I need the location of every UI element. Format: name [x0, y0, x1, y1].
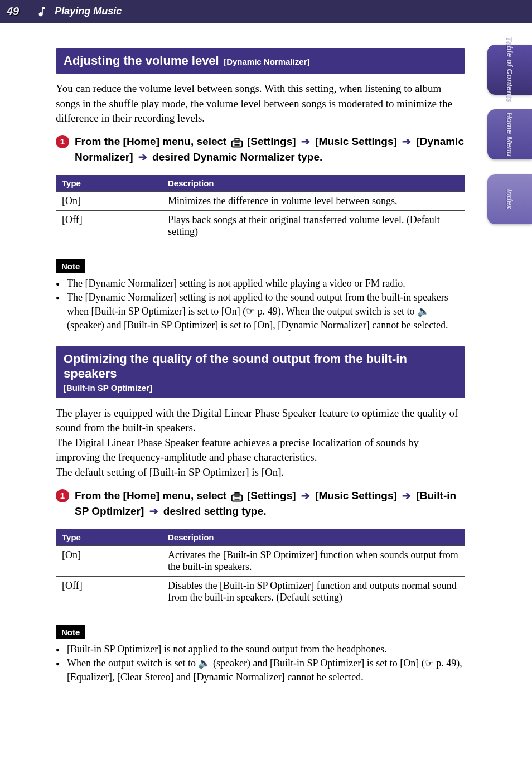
arrow-icon: ➔: [301, 136, 310, 147]
table-row: [On] Minimizes the difference in volume …: [56, 191, 465, 210]
page-number: 49: [7, 5, 19, 18]
section-bar-sub: [Built-in SP Optimizer]: [64, 383, 457, 393]
arrow-icon: ➔: [138, 151, 147, 163]
cell-type: [Off]: [56, 576, 162, 607]
side-tabs: Table of Contents Home Menu Index: [487, 45, 532, 239]
section-bar-title: Optimizing the quality of the sound outp…: [64, 352, 407, 380]
step-seg: From the [Home] menu, select: [75, 136, 230, 147]
intro-text: You can reduce the volume level between …: [56, 81, 465, 126]
step-number-badge: 1: [56, 135, 69, 148]
tab-label: Home Menu: [505, 112, 514, 156]
arrow-icon: ➔: [402, 136, 411, 147]
svg-rect-5: [235, 493, 239, 495]
note-item: [Built-in SP Optimizer] is not applied t…: [56, 642, 465, 656]
page-content: Adjusting the volume level [Dynamic Norm…: [0, 23, 465, 720]
cell-type: [On]: [56, 191, 162, 210]
svg-rect-1: [235, 139, 239, 141]
col-type: Type: [56, 175, 162, 191]
section-bar-dynamic-normalizer: Adjusting the volume level [Dynamic Norm…: [56, 48, 465, 74]
intro-text: The player is equipped with the Digital …: [56, 406, 465, 480]
cell-type: [Off]: [56, 210, 162, 241]
svg-rect-0: [232, 141, 242, 147]
cell-description: Minimizes the difference in volume level…: [162, 191, 465, 210]
step-seg: [Settings]: [247, 136, 299, 147]
cell-description: Plays back songs at their original trans…: [162, 210, 465, 241]
note-item: The [Dynamic Normalizer] setting is not …: [56, 291, 465, 333]
settings-case-icon: [231, 491, 243, 501]
cell-description: Disables the [Built-in SP Optimizer] fun…: [162, 576, 465, 607]
step-seg: desired Dynamic Normalizer type.: [152, 151, 322, 163]
arrow-icon: ➔: [301, 490, 310, 501]
section-bar-title: Adjusting the volume level: [64, 54, 219, 67]
tab-table-of-contents[interactable]: Table of Contents: [487, 45, 532, 95]
page-header: 49 Playing Music: [0, 0, 532, 23]
tab-label: Index: [505, 189, 514, 210]
settings-table: Type Description [On] Activates the [Bui…: [56, 529, 465, 607]
table-header-row: Type Description: [56, 529, 465, 545]
header-section-title: Playing Music: [55, 6, 122, 17]
section-bar-sub: [Dynamic Normalizer]: [224, 57, 309, 66]
step-line: 1 From the [Home] menu, select [Settings…: [56, 134, 465, 166]
table-row: [Off] Plays back songs at their original…: [56, 210, 465, 241]
step-seg: [Music Settings]: [315, 136, 400, 147]
table-row: [Off] Disables the [Built-in SP Optimize…: [56, 576, 465, 607]
step-line: 1 From the [Home] menu, select [Settings…: [56, 488, 465, 520]
step-instruction: From the [Home] menu, select [Settings] …: [75, 134, 465, 166]
note-list: The [Dynamic Normalizer] setting is not …: [56, 277, 465, 333]
step-seg: From the [Home] menu, select: [75, 490, 230, 501]
note-label: Note: [56, 259, 85, 273]
cell-type: [On]: [56, 545, 162, 576]
step-number-badge: 1: [56, 489, 69, 502]
table-header-row: Type Description: [56, 175, 465, 191]
tab-index[interactable]: Index: [487, 174, 532, 224]
tab-label: Table of Contents: [505, 37, 514, 103]
tab-home-menu[interactable]: Home Menu: [487, 109, 532, 159]
svg-rect-4: [232, 495, 242, 501]
step-seg: [Music Settings]: [315, 490, 400, 501]
note-label: Note: [56, 625, 85, 639]
table-row: [On] Activates the [Built-in SP Optimize…: [56, 545, 465, 576]
col-description: Description: [162, 529, 465, 545]
arrow-icon: ➔: [402, 490, 411, 501]
note-item: When the output switch is set to 🔈 (spea…: [56, 656, 465, 684]
step-instruction: From the [Home] menu, select [Settings] …: [75, 488, 465, 520]
col-description: Description: [162, 175, 465, 191]
col-type: Type: [56, 529, 162, 545]
arrow-icon: ➔: [149, 505, 158, 517]
section-bar-sp-optimizer: Optimizing the quality of the sound outp…: [56, 346, 465, 398]
note-list: [Built-in SP Optimizer] is not applied t…: [56, 642, 465, 685]
settings-table: Type Description [On] Minimizes the diff…: [56, 175, 465, 241]
music-note-icon: [36, 6, 48, 18]
cell-description: Activates the [Built-in SP Optimizer] fu…: [162, 545, 465, 576]
note-item: The [Dynamic Normalizer] setting is not …: [56, 277, 465, 291]
settings-case-icon: [231, 137, 243, 147]
step-seg: [Settings]: [247, 490, 299, 501]
step-seg: desired setting type.: [163, 505, 267, 517]
